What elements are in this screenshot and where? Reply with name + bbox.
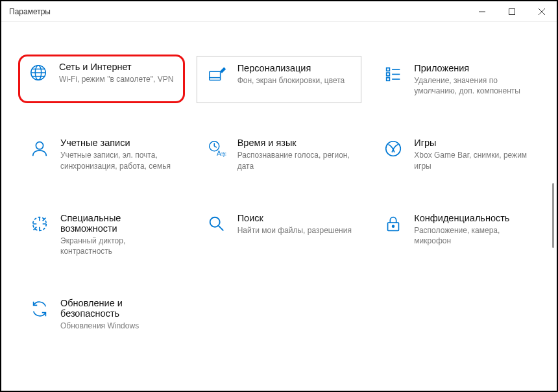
svg-rect-13 xyxy=(387,73,390,76)
accessibility-icon xyxy=(27,213,53,234)
tile-privacy[interactable]: Конфиденциальность Расположение, камера,… xyxy=(373,206,539,263)
tile-desc: Wi-Fi, режим "в самолете", VPN xyxy=(59,74,173,84)
time-language-icon: A 字 xyxy=(204,138,230,158)
tile-time-language[interactable]: A 字 Время и язык Распознавание голоса, р… xyxy=(197,130,362,178)
tile-desc: Удаление, значения по умолчанию, доп. ко… xyxy=(414,75,529,96)
tile-network-internet[interactable]: Сеть и Интернет Wi-Fi, режим "в самолете… xyxy=(18,55,185,103)
tile-title: Игры xyxy=(414,138,529,148)
tile-accounts[interactable]: Учетные записи Учетные записи, эл. почта… xyxy=(19,130,185,178)
tile-apps[interactable]: Приложения Удаление, значения по умолчан… xyxy=(373,56,539,103)
search-icon xyxy=(204,213,230,234)
close-button[interactable] xyxy=(527,1,557,22)
sync-icon xyxy=(27,298,53,319)
svg-rect-1 xyxy=(509,8,515,14)
svg-line-20 xyxy=(214,147,217,148)
settings-content: Сеть и Интернет Wi-Fi, режим "в самолете… xyxy=(1,22,557,351)
tile-search[interactable]: Поиск Найти мои файлы, разрешения xyxy=(197,206,362,263)
tile-personalization[interactable]: Персонализация Фон, экран блокировки, цв… xyxy=(197,56,362,103)
tile-title: Учетные записи xyxy=(60,138,175,148)
person-icon xyxy=(27,138,53,158)
tile-desc: Обновления Windows xyxy=(60,321,175,331)
svg-point-28 xyxy=(393,225,394,227)
svg-rect-11 xyxy=(387,68,390,71)
xbox-icon xyxy=(380,138,406,158)
lock-icon xyxy=(380,213,406,234)
scrollbar[interactable] xyxy=(552,183,554,248)
tile-title: Конфиденциальность xyxy=(414,213,529,223)
settings-grid: Сеть и Интернет Wi-Fi, режим "в самолете… xyxy=(19,56,539,338)
svg-rect-15 xyxy=(387,78,390,81)
window-title: Параметры xyxy=(9,7,51,16)
minimize-button[interactable] xyxy=(467,1,497,22)
tile-ease-of-access[interactable]: Специальные возможности Экранный диктор,… xyxy=(19,206,185,263)
tile-desc: Распознавание голоса, регион, дата xyxy=(237,150,352,171)
tile-gaming[interactable]: Игры Xbox Game Bar, снимки, режим игры xyxy=(373,130,539,178)
maximize-button[interactable] xyxy=(497,1,527,22)
svg-text:字: 字 xyxy=(221,153,226,158)
tile-title: Сеть и Интернет xyxy=(59,62,173,72)
globe-icon xyxy=(25,62,51,82)
svg-point-17 xyxy=(36,142,43,149)
tile-desc: Фон, экран блокировки, цвета xyxy=(237,75,345,86)
tile-title: Время и язык xyxy=(237,138,352,148)
window-controls xyxy=(467,1,557,22)
svg-line-26 xyxy=(218,226,223,231)
tile-desc: Xbox Game Bar, снимки, режим игры xyxy=(414,150,529,171)
apps-list-icon xyxy=(380,63,406,84)
tile-desc: Расположение, камера, микрофон xyxy=(414,225,529,246)
tile-title: Персонализация xyxy=(237,63,345,73)
tile-desc: Учетные записи, эл. почта, синхронизация… xyxy=(60,150,175,171)
svg-rect-9 xyxy=(209,71,220,80)
tile-desc: Найти мои файлы, разрешения xyxy=(237,225,352,236)
tile-title: Поиск xyxy=(237,213,352,223)
svg-point-25 xyxy=(210,217,219,227)
tile-title: Обновление и безопасность xyxy=(60,298,175,319)
tile-desc: Экранный диктор, контрастность xyxy=(60,236,175,256)
paintbrush-icon xyxy=(204,63,230,84)
tile-update-security[interactable]: Обновление и безопасность Обновления Win… xyxy=(19,291,185,338)
tile-title: Приложения xyxy=(414,63,529,73)
tile-title: Специальные возможности xyxy=(60,213,175,234)
titlebar: Параметры xyxy=(1,1,557,22)
